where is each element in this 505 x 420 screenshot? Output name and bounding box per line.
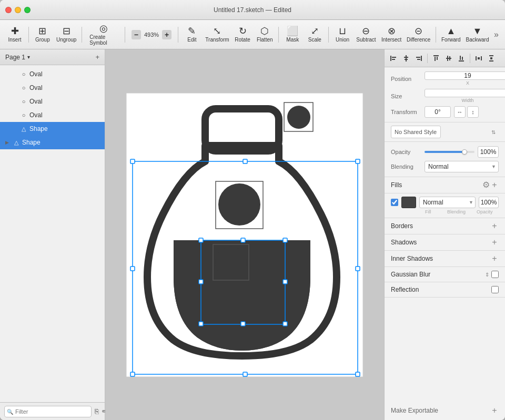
layer-item-oval-4[interactable]: ○ Oval: [0, 108, 105, 122]
toolbar-sep-1: [28, 27, 29, 43]
size-label: Size: [391, 93, 421, 99]
dist-v-button[interactable]: [486, 53, 497, 64]
fill-opacity-value: 100%: [479, 197, 499, 208]
difference-button[interactable]: ⊝ Difference: [405, 23, 432, 47]
layer-item-oval-3[interactable]: ○ Oval: [0, 95, 105, 108]
svg-rect-9: [130, 159, 135, 163]
flip-h-button[interactable]: ↔: [454, 106, 466, 118]
canvas-area[interactable]: [105, 49, 384, 420]
layer-item-shape-2[interactable]: ▶ △ Shape: [0, 136, 105, 149]
subtract-icon: ⊖: [362, 26, 370, 36]
layer-label-oval-3: Oval: [29, 98, 43, 105]
svg-rect-42: [460, 56, 461, 60]
fill-blend-select[interactable]: Normal: [419, 197, 476, 208]
shadows-label: Shadows: [391, 239, 490, 246]
width-input[interactable]: [425, 89, 505, 97]
fills-add-button[interactable]: +: [490, 181, 499, 189]
edit-button[interactable]: ✎ Edit: [181, 23, 203, 47]
edit-icon: ✎: [188, 26, 196, 36]
backward-button[interactable]: ▼ Backward: [464, 23, 491, 47]
svg-rect-14: [130, 372, 135, 376]
toolbar-sep-4: [178, 27, 178, 43]
app-window: Untitled 17.sketch — Edited ✚ Insert ⊞ G…: [0, 0, 505, 420]
union-icon: ⊔: [339, 26, 346, 36]
forward-button[interactable]: ▲ Forward: [439, 23, 463, 47]
transform-button[interactable]: ⤡ Transform: [204, 23, 231, 47]
close-button[interactable]: [5, 7, 12, 13]
scale-icon: ⤢: [311, 26, 319, 36]
gaussian-blur-checkbox[interactable]: [491, 271, 499, 278]
align-top-button[interactable]: [430, 53, 442, 64]
ungroup-icon: ⊟: [63, 26, 70, 36]
opacity-section: Opacity 100% Blending Normal ▼: [385, 142, 505, 177]
create-symbol-label: Create Symbol: [89, 34, 117, 46]
dist-h-button[interactable]: [473, 53, 484, 64]
shared-style-select[interactable]: No Shared Style: [391, 126, 441, 138]
align-bottom-button[interactable]: [456, 53, 467, 64]
borders-add-button[interactable]: +: [490, 222, 499, 230]
blend-select[interactable]: Normal: [425, 161, 499, 172]
blending-label: Blending: [391, 163, 421, 170]
flatten-label: Flatten: [257, 37, 273, 43]
export-add-button[interactable]: +: [490, 406, 499, 415]
backward-label: Backward: [466, 37, 489, 43]
page-title: Page 1: [5, 54, 25, 61]
toolbar-sep-5: [278, 27, 279, 43]
align-middle-button[interactable]: [443, 53, 454, 64]
transform-label: Transform: [205, 37, 229, 43]
copy-button[interactable]: ⎘: [95, 406, 99, 417]
layer-label-oval-4: Oval: [29, 111, 43, 119]
gaussian-blur-label: Gaussian Blur: [391, 271, 485, 278]
fill-opacity-label: Opacity: [470, 209, 499, 214]
subtract-button[interactable]: ⊖ Subtract: [354, 23, 378, 47]
fills-settings-button[interactable]: ⚙: [482, 181, 490, 189]
align-center-h-button[interactable]: [400, 53, 412, 64]
zoom-in-button[interactable]: +: [162, 30, 171, 39]
group-button[interactable]: ⊞ Group: [32, 23, 53, 47]
ungroup-button[interactable]: ⊟ Ungroup: [54, 23, 79, 47]
align-right-button[interactable]: [413, 53, 425, 64]
opacity-slider[interactable]: [425, 151, 474, 153]
svg-rect-25: [283, 322, 287, 326]
rotate-input[interactable]: [425, 106, 451, 118]
fill-color-swatch[interactable]: [401, 197, 416, 208]
mask-button[interactable]: ⬜ Mask: [282, 23, 303, 47]
svg-rect-47: [489, 55, 493, 56]
zoom-out-button[interactable]: −: [132, 30, 141, 39]
svg-rect-22: [283, 280, 287, 284]
minimize-button[interactable]: [15, 7, 21, 13]
fill-checkbox[interactable]: [391, 199, 398, 206]
layer-item-shape-1[interactable]: △ Shape: [0, 122, 105, 136]
svg-rect-32: [421, 56, 422, 61]
flip-v-button[interactable]: ↕: [467, 106, 479, 118]
svg-rect-27: [392, 57, 396, 58]
transform-icon: ⤡: [213, 26, 221, 36]
maximize-button[interactable]: [24, 7, 31, 13]
inner-shadows-add-button[interactable]: +: [490, 254, 499, 263]
layer-label-shape-1: Shape: [29, 125, 48, 132]
reflection-checkbox[interactable]: [491, 286, 499, 293]
canvas-inner: [105, 49, 384, 420]
filter-input[interactable]: [4, 406, 92, 417]
svg-rect-39: [447, 56, 448, 61]
align-left-button[interactable]: [388, 53, 399, 64]
layer-item-oval-2[interactable]: ○ Oval: [0, 81, 105, 95]
x-input[interactable]: [425, 71, 505, 80]
shadows-add-button[interactable]: +: [490, 238, 499, 247]
flip-buttons: ↔ ↕: [454, 106, 479, 118]
page-header[interactable]: Page 1 ▾ +: [0, 49, 105, 65]
rotate-button[interactable]: ↻ Rotate: [232, 23, 253, 47]
toolbar-overflow-button[interactable]: »: [492, 28, 501, 42]
svg-rect-44: [476, 56, 477, 60]
insert-button[interactable]: ✚ Insert: [4, 23, 25, 47]
flatten-button[interactable]: ⬡ Flatten: [254, 23, 275, 47]
intersect-button[interactable]: ⊗ Intersect: [379, 23, 404, 47]
layer-item-oval-1[interactable]: ○ Oval: [0, 67, 105, 81]
create-symbol-button[interactable]: ◎ Create Symbol: [85, 23, 122, 47]
scale-button[interactable]: ⤢ Scale: [304, 23, 325, 47]
svg-rect-19: [241, 238, 245, 242]
insert-icon: ✚: [11, 26, 19, 36]
add-page-button[interactable]: +: [95, 53, 99, 61]
opacity-label: Opacity: [391, 149, 421, 155]
union-button[interactable]: ⊔ Union: [332, 23, 353, 47]
